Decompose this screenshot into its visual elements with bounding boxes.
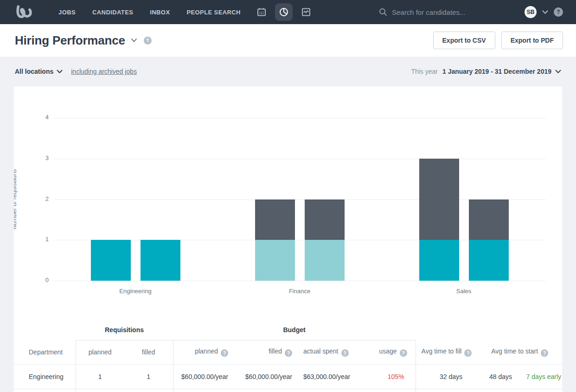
location-filter-dropdown[interactable]: All locations	[15, 68, 63, 75]
date-range-dropdown[interactable]: This year 1 January 2019 - 31 December 2…	[411, 68, 561, 75]
requisitions-chart: Number of requisitions 01234EngineeringF…	[14, 86, 562, 295]
nav-menu: JOBS CANDIDATES INBOX PEOPLE SEARCH	[58, 9, 241, 16]
export-csv-button[interactable]: Export to CSV	[433, 32, 495, 49]
x-axis-label-sales: Sales	[382, 288, 546, 295]
gridline	[53, 159, 546, 159]
cell-avg-time-to-start: 48 days	[474, 364, 518, 389]
cell-actual-spent: $63,000.00/year	[298, 364, 354, 389]
bar-segment-slate	[419, 159, 459, 240]
title-help-icon[interactable]: ?	[144, 37, 152, 45]
cell-start-note: 7 days early	[518, 364, 562, 389]
table-row-partial	[14, 389, 562, 392]
performance-table: Requisitions Budget Department planned f…	[14, 320, 562, 392]
gridline	[53, 281, 546, 281]
gridline	[53, 118, 546, 118]
page-title: Hiring Performance	[15, 33, 125, 48]
bar-segment-slate	[255, 199, 295, 240]
bar-segment-light_teal	[305, 240, 345, 281]
cell-req-planned: 1	[76, 364, 124, 389]
cell-usage: 105%	[354, 364, 416, 389]
reports-pie-chart-icon[interactable]	[275, 3, 293, 21]
col-header-budget-filled: filled?	[234, 340, 298, 364]
report-switcher-chevron-icon[interactable]	[131, 38, 137, 43]
page-header: Hiring Performance ? Export to CSV Expor…	[0, 24, 576, 57]
col-header-budget-planned: planned?	[173, 340, 234, 364]
table-row-engineering: Engineering 1 1 $60,000.00/year $60,000.…	[14, 364, 562, 389]
report-card: Number of requisitions 01234EngineeringF…	[14, 86, 562, 392]
bar-segment-teal	[91, 240, 131, 281]
location-chevron-down-icon	[57, 70, 63, 74]
col-header-req-planned: planned	[76, 340, 124, 364]
filter-bar: All locations including archived jobs Th…	[0, 57, 576, 86]
avatar[interactable]: SB	[525, 6, 537, 18]
cell-budget-filled: $60,000.00/year	[234, 364, 298, 389]
col-header-actual-spent: actual spent?	[298, 340, 354, 364]
date-range-value: 1 January 2019 - 31 December 2019	[442, 68, 551, 75]
y-tick-label: 3	[31, 154, 49, 161]
bar-segment-slate	[305, 199, 345, 240]
y-axis-title: Number of requisitions	[14, 118, 19, 281]
x-axis-label-finance: Finance	[218, 288, 382, 295]
col-header-avg-time-to-start: Avg time to start?	[474, 340, 562, 364]
budget-planned-help-icon[interactable]: ?	[221, 349, 228, 357]
bar-engineering-0[interactable]	[91, 240, 131, 281]
bar-engineering-1[interactable]	[141, 240, 180, 281]
avg-start-help-icon[interactable]: ?	[541, 349, 548, 357]
bar-segment-teal	[419, 240, 459, 281]
bar-segment-teal	[469, 240, 509, 281]
bar-sales-0[interactable]	[419, 159, 459, 281]
cell-avg-time-to-fill: 32 days	[416, 364, 474, 389]
nav-item-inbox[interactable]: INBOX	[150, 9, 170, 16]
bar-finance-1[interactable]	[305, 199, 345, 281]
y-tick-label: 0	[31, 276, 49, 283]
actual-spent-help-icon[interactable]: ?	[341, 349, 349, 357]
candidate-search	[379, 8, 495, 16]
col-header-req-filled: filled	[124, 340, 173, 364]
nav-icon-group	[253, 3, 315, 21]
search-input[interactable]	[392, 8, 489, 16]
bar-segment-light_teal	[255, 240, 295, 281]
col-header-department: Department	[14, 340, 76, 364]
bar-segment-teal	[141, 240, 180, 281]
avg-fill-help-icon[interactable]: ?	[464, 349, 472, 357]
cell-department: Engineering	[14, 364, 76, 389]
table-group-header-row: Requisitions Budget	[14, 320, 562, 340]
x-axis-label-engineering: Engineering	[53, 288, 218, 295]
top-nav: JOBS CANDIDATES INBOX PEOPLE SEARCH	[0, 0, 576, 24]
cell-req-filled: 1	[124, 364, 173, 389]
nav-item-jobs[interactable]: JOBS	[58, 9, 76, 16]
period-label: This year	[411, 68, 438, 75]
calendar-icon[interactable]	[253, 3, 270, 21]
table-header-row: Department planned filled planned? fille…	[14, 340, 562, 364]
account-chevron-down-icon[interactable]	[542, 10, 548, 14]
archived-jobs-link[interactable]: including archived jobs	[71, 68, 137, 75]
workable-logo[interactable]	[14, 3, 34, 21]
nav-right-group: SB ?	[525, 6, 563, 18]
nav-item-people-search[interactable]: PEOPLE SEARCH	[186, 9, 240, 16]
nav-help-icon[interactable]: ?	[554, 7, 563, 17]
export-pdf-button[interactable]: Export to PDF	[501, 32, 563, 49]
col-header-usage: usage?	[354, 340, 416, 364]
col-header-avg-time-to-fill: Avg time to fill?	[416, 340, 474, 364]
y-tick-label: 1	[31, 236, 49, 243]
y-tick-label: 2	[31, 195, 49, 202]
group-header-budget: Budget	[173, 320, 416, 340]
location-filter-label: All locations	[15, 68, 53, 75]
plot-area: Number of requisitions 01234EngineeringF…	[53, 118, 546, 281]
bar-segment-slate	[469, 199, 509, 240]
bar-finance-0[interactable]	[255, 199, 295, 281]
export-buttons: Export to CSV Export to PDF	[433, 32, 563, 49]
budget-filled-help-icon[interactable]: ?	[285, 349, 292, 357]
bar-sales-1[interactable]	[469, 199, 509, 281]
group-header-requisitions: Requisitions	[76, 320, 173, 340]
activity-report-icon[interactable]	[297, 3, 315, 21]
date-range-chevron-down-icon	[555, 70, 561, 74]
y-tick-label: 4	[31, 114, 49, 121]
usage-help-icon[interactable]: ?	[400, 349, 407, 357]
cell-budget-planned: $60,000.00/year	[173, 364, 234, 389]
nav-item-candidates[interactable]: CANDIDATES	[92, 9, 133, 16]
search-icon	[379, 8, 387, 16]
